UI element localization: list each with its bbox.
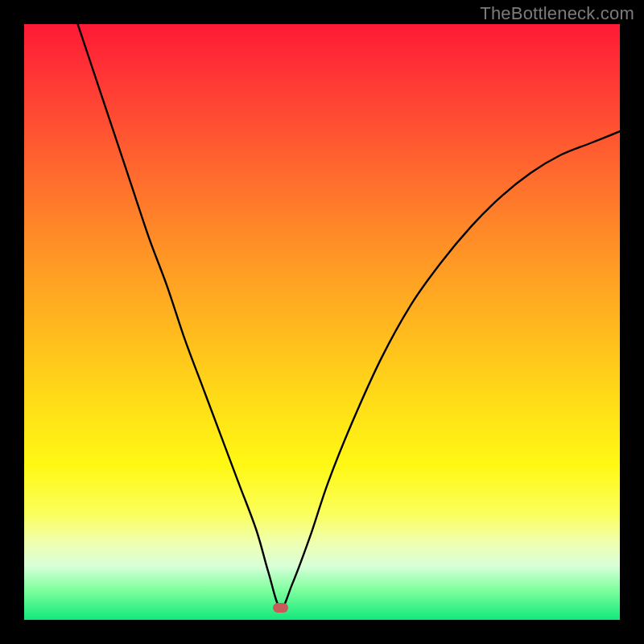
chart-frame: TheBottleneck.com [0, 0, 644, 644]
watermark-text: TheBottleneck.com [480, 3, 634, 24]
plot-area [24, 24, 620, 620]
minimum-marker [273, 603, 288, 613]
curve-layer [24, 24, 620, 620]
bottleneck-curve [78, 24, 620, 608]
